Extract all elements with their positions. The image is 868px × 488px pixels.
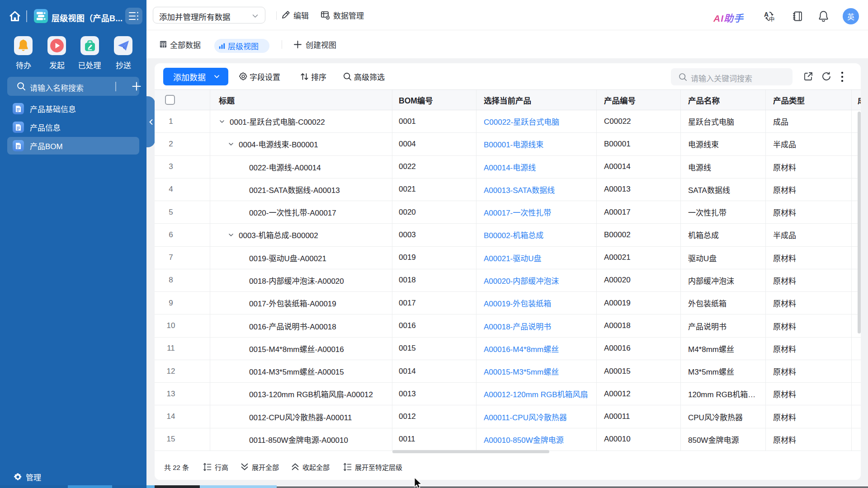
svg-text:中: 中 [769, 16, 775, 22]
svg-text:A: A [764, 11, 769, 18]
